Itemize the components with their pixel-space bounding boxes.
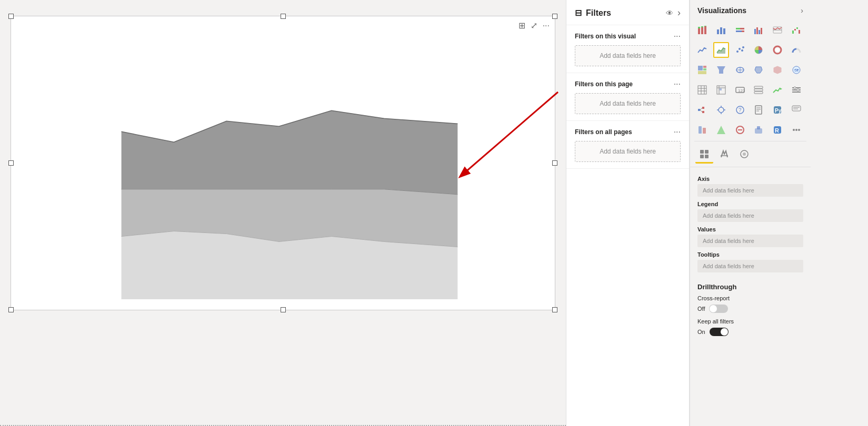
svg-rect-100 [700,150,704,154]
filters-header: ⊟ Filters 👁 › [566,0,689,25]
viz-icon-waterfall[interactable] [789,22,804,38]
viz-icon-funnel[interactable] [713,62,729,78]
svg-rect-79 [755,106,762,114]
visual-filter-icon[interactable]: ⊞ [518,21,525,31]
viz-icon-key-influencers[interactable] [713,102,729,118]
viz-icon-paginated[interactable] [751,102,766,118]
axis-add-box[interactable]: Add data fields here [697,184,803,197]
viz-icon-clustered-col[interactable] [751,22,766,38]
handle-top-left[interactable] [8,14,14,19]
filter-page-more[interactable]: ··· [674,79,681,89]
cross-report-toggle[interactable] [709,305,728,313]
viz-icon-column-chart[interactable] [713,22,729,38]
viz-icon-shape-map[interactable] [770,62,785,78]
viz-icon-table[interactable] [694,82,710,98]
filter-visual-more[interactable]: ··· [674,32,681,41]
keep-filters-toggle[interactable] [710,328,729,336]
viz-icon-custom2[interactable] [713,122,729,138]
svg-rect-18 [736,31,742,32]
viz-icon-line[interactable] [694,42,710,58]
viz-icon-python[interactable]: Py [770,102,785,118]
viz-tab-fields[interactable] [695,146,713,164]
viz-icon-area-active[interactable] [713,42,729,58]
tooltips-label: Tooltips [697,251,803,258]
viz-icon-matrix[interactable] [713,82,729,98]
svg-point-30 [736,50,739,53]
handle-bottom-left[interactable] [8,307,14,312]
values-label: Values [697,226,803,232]
visualizations-panel: Visualizations › [690,0,811,426]
viz-panel-title: Visualizations [697,6,746,15]
viz-icon-custom4[interactable] [751,122,766,138]
viz-icon-treemap[interactable] [694,62,710,78]
keep-filters-label: Keep all filters [697,318,803,324]
legend-add-box[interactable]: Add data fields here [697,209,803,222]
handle-bottom-mid[interactable] [281,307,286,312]
svg-rect-14 [723,28,725,34]
filters-eye-icon[interactable]: 👁 [666,9,673,17]
viz-icon-stacked-bar[interactable] [694,22,710,38]
handle-mid-right[interactable] [552,160,557,166]
viz-icon-decomp-tree[interactable] [694,102,710,118]
svg-rect-67 [698,109,700,111]
handle-top-right[interactable] [552,14,557,19]
svg-point-31 [739,48,741,50]
values-add-box[interactable]: Add data fields here [697,235,803,247]
viz-icon-kpi[interactable] [770,82,785,98]
tooltips-add-box[interactable]: Add data fields here [697,260,803,272]
cross-report-toggle-row: Off [697,305,803,313]
svg-rect-25 [792,31,794,34]
svg-rect-28 [799,30,800,34]
filters-collapse-icon[interactable]: › [677,7,681,18]
viz-icon-map[interactable] [732,62,748,78]
svg-rect-7 [698,27,700,28]
viz-icon-gauge[interactable] [789,42,804,58]
viz-icons-row6: R [690,120,811,140]
handle-top-mid[interactable] [281,14,286,19]
viz-icon-custom3[interactable] [732,122,748,138]
viz-icon-card[interactable]: 123 [732,82,748,98]
viz-icons-row1 [690,20,811,40]
svg-rect-13 [720,27,722,34]
viz-icon-donut[interactable] [770,42,785,58]
visual-more-icon[interactable]: ··· [543,21,550,31]
svg-rect-21 [759,30,760,34]
viz-icon-custom1[interactable] [694,122,710,138]
svg-text:Py: Py [775,108,782,114]
handle-mid-left[interactable] [8,160,14,166]
viz-icon-slicer[interactable] [789,82,804,98]
svg-point-72 [719,107,724,113]
viz-icon-qna[interactable]: ? [732,102,748,118]
filter-section-all-header: Filters on all pages ··· [575,127,681,137]
filter-visual-add-box[interactable]: Add data fields here [575,45,681,66]
viz-icon-azure-map[interactable]: 🗺 [789,62,804,78]
filter-section-page-header: Filters on this page ··· [575,79,681,89]
handle-bottom-right[interactable] [552,307,557,312]
viz-icon-smart-narrative[interactable] [789,102,804,118]
filter-page-add-box[interactable]: Add data fields here [575,93,681,114]
svg-rect-26 [794,29,796,31]
visual-container[interactable]: ⊞ ⤢ ··· [11,16,555,310]
viz-panel-close-icon[interactable]: › [801,6,803,15]
svg-rect-71 [702,111,704,113]
viz-icons-row3: 🗺 [690,60,811,80]
viz-icon-multirow-card[interactable] [751,82,766,98]
svg-rect-9 [701,26,703,27]
filter-all-add-box[interactable]: Add data fields here [575,141,681,162]
filter-all-more[interactable]: ··· [674,127,681,137]
viz-icon-more-visuals[interactable] [789,122,804,138]
svg-rect-102 [700,155,704,158]
viz-icons-row2 [690,40,811,60]
viz-icon-100pct-bar[interactable] [732,22,748,38]
viz-icon-filled-map[interactable] [751,62,766,78]
viz-icon-pie[interactable] [751,42,766,58]
viz-tab-analytics[interactable] [735,146,753,164]
viz-icon-ribbon[interactable] [770,22,785,38]
viz-icon-r-script[interactable]: R [770,122,785,138]
viz-icon-scatter[interactable] [732,42,748,58]
viz-tab-format[interactable] [715,146,733,164]
svg-rect-10 [704,26,706,34]
visual-expand-icon[interactable]: ⤢ [531,21,537,31]
svg-text:?: ? [739,107,742,113]
svg-rect-39 [703,68,706,70]
